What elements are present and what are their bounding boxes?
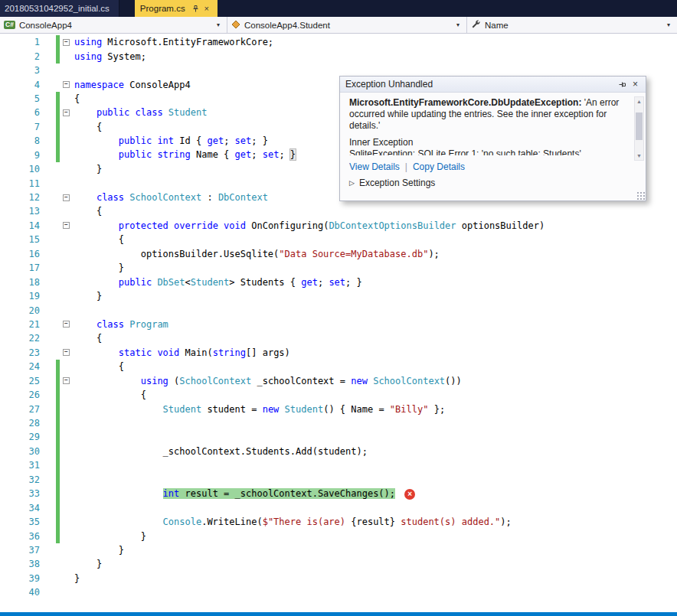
code-line[interactable]: 1−using Microsoft.EntityFrameworkCore; xyxy=(0,35,545,49)
scroll-thumb[interactable] xyxy=(636,112,643,140)
code-line[interactable]: 39} xyxy=(0,572,545,585)
line-number[interactable]: 18 xyxy=(0,277,40,288)
code-line[interactable]: 2using System; xyxy=(0,49,545,63)
fold-toggle-icon[interactable]: − xyxy=(63,194,70,201)
exception-settings-expander[interactable]: ▷ Exception Settings xyxy=(349,178,627,188)
code-line[interactable]: 32 xyxy=(0,473,545,487)
line-number[interactable]: 4 xyxy=(0,80,40,90)
scroll-down-icon[interactable]: ▼ xyxy=(635,152,643,160)
chevron-down-icon[interactable]: ▾ xyxy=(663,21,674,28)
line-number[interactable]: 11 xyxy=(0,178,40,189)
tab-program-cs[interactable]: Program.cs × xyxy=(135,0,217,17)
line-number[interactable]: 14 xyxy=(0,220,40,231)
code-line[interactable]: 16 optionsBuilder.UseSqlite("Data Source… xyxy=(0,247,545,261)
line-number[interactable]: 9 xyxy=(0,150,40,161)
code-line[interactable]: 28 xyxy=(0,416,545,430)
code-line[interactable]: 30 _schoolContext.Students.Add(student); xyxy=(0,445,545,458)
line-number[interactable]: 33 xyxy=(0,488,40,499)
line-number[interactable]: 39 xyxy=(0,573,40,584)
line-number[interactable]: 21 xyxy=(0,319,40,330)
line-number[interactable]: 40 xyxy=(0,587,40,598)
code-line[interactable]: 26 { xyxy=(0,388,545,402)
chevron-down-icon[interactable]: ▾ xyxy=(453,21,463,28)
line-number[interactable]: 15 xyxy=(0,234,40,245)
line-number[interactable]: 37 xyxy=(0,545,40,556)
line-number[interactable]: 38 xyxy=(0,559,40,569)
line-number[interactable]: 3 xyxy=(0,65,40,76)
line-number[interactable]: 22 xyxy=(0,333,40,344)
close-icon[interactable]: × xyxy=(201,3,212,14)
line-number[interactable]: 10 xyxy=(0,164,40,174)
code-line[interactable]: 40 xyxy=(0,585,545,599)
code-line[interactable]: 14− protected override void OnConfigurin… xyxy=(0,219,545,233)
line-number[interactable]: 36 xyxy=(0,531,40,542)
line-number[interactable]: 31 xyxy=(0,460,40,471)
line-number[interactable]: 12 xyxy=(0,192,40,203)
line-number[interactable]: 16 xyxy=(0,249,40,259)
code-line[interactable]: 38 } xyxy=(0,557,545,571)
code-line[interactable]: 36 } xyxy=(0,529,545,543)
line-number[interactable]: 19 xyxy=(0,291,40,301)
copy-details-link[interactable]: Copy Details xyxy=(413,161,465,172)
fold-toggle-icon[interactable]: − xyxy=(63,81,70,88)
line-number[interactable]: 2 xyxy=(0,51,40,62)
project-dropdown[interactable]: C# ConsoleApp4 ▾ xyxy=(0,17,227,33)
pin-icon[interactable] xyxy=(616,78,629,91)
code-line[interactable]: 27 Student student = new Student() { Nam… xyxy=(0,402,545,416)
member-dropdown[interactable]: Name ▾ xyxy=(467,17,677,33)
code-line[interactable]: 33 int result = _schoolContext.SaveChang… xyxy=(0,487,545,500)
code-line[interactable]: 35 Console.WriteLine($"There is(are) {re… xyxy=(0,515,545,529)
line-number[interactable]: 7 xyxy=(0,122,40,132)
line-number[interactable]: 1 xyxy=(0,37,40,47)
fold-toggle-icon[interactable]: − xyxy=(63,109,70,116)
line-number[interactable]: 30 xyxy=(0,446,40,457)
fold-toggle-icon[interactable]: − xyxy=(63,222,70,229)
line-number[interactable]: 26 xyxy=(0,389,40,400)
line-number[interactable]: 8 xyxy=(0,135,40,146)
fold-toggle-icon[interactable]: − xyxy=(63,377,70,384)
exception-popup-titlebar[interactable]: Exception Unhandled × xyxy=(340,77,646,93)
code-editor[interactable]: 1−using Microsoft.EntityFrameworkCore;2u… xyxy=(0,34,677,612)
code-line[interactable]: 17 } xyxy=(0,261,545,275)
fold-toggle-icon[interactable]: − xyxy=(63,349,70,356)
resize-grip[interactable] xyxy=(636,191,645,200)
code-line[interactable]: 37 } xyxy=(0,543,545,557)
scroll-up-icon[interactable]: ▲ xyxy=(635,97,643,106)
line-number[interactable]: 20 xyxy=(0,305,40,316)
fold-toggle-icon[interactable]: − xyxy=(63,39,70,46)
code-line[interactable]: 18 public DbSet<Student> Students { get;… xyxy=(0,275,545,288)
code-line[interactable]: 31 xyxy=(0,458,545,472)
code-line[interactable]: 29 xyxy=(0,430,545,444)
line-number[interactable]: 23 xyxy=(0,347,40,358)
line-number[interactable]: 28 xyxy=(0,418,40,429)
line-number[interactable]: 17 xyxy=(0,262,40,273)
code-line[interactable]: 13 { xyxy=(0,204,545,218)
line-number[interactable]: 29 xyxy=(0,432,40,442)
code-line[interactable]: 20 xyxy=(0,303,545,317)
code-line[interactable]: 21− class Program xyxy=(0,318,545,331)
fold-toggle-icon[interactable]: − xyxy=(63,321,70,328)
line-number[interactable]: 34 xyxy=(0,503,40,513)
pin-icon[interactable] xyxy=(191,3,201,14)
code-line[interactable]: 34 xyxy=(0,500,545,514)
popup-scrollbar[interactable]: ▲ ▼ xyxy=(634,96,644,161)
close-icon[interactable]: × xyxy=(629,78,642,91)
code-line[interactable]: 25− using (SchoolContext _schoolContext … xyxy=(0,374,545,388)
line-number[interactable]: 24 xyxy=(0,361,40,372)
error-icon[interactable]: × xyxy=(404,489,415,500)
code-line[interactable]: 15 { xyxy=(0,233,545,246)
line-number[interactable]: 5 xyxy=(0,93,40,104)
line-number[interactable]: 25 xyxy=(0,376,40,386)
line-number[interactable]: 35 xyxy=(0,517,40,527)
type-dropdown[interactable]: ConsoleApp4.Student ▾ xyxy=(227,17,467,33)
line-number[interactable]: 6 xyxy=(0,107,40,118)
tab-initial-cs[interactable]: 20180531042952_initial.cs xyxy=(0,0,119,17)
chevron-down-icon[interactable]: ▾ xyxy=(213,21,224,28)
code-line[interactable]: 22 { xyxy=(0,331,545,345)
line-number[interactable]: 32 xyxy=(0,474,40,485)
line-number[interactable]: 27 xyxy=(0,404,40,415)
code-line[interactable]: 23− static void Main(string[] args) xyxy=(0,346,545,360)
code-line[interactable]: 19 } xyxy=(0,289,545,303)
code-line[interactable]: 24 { xyxy=(0,360,545,373)
view-details-link[interactable]: View Details xyxy=(349,161,400,172)
